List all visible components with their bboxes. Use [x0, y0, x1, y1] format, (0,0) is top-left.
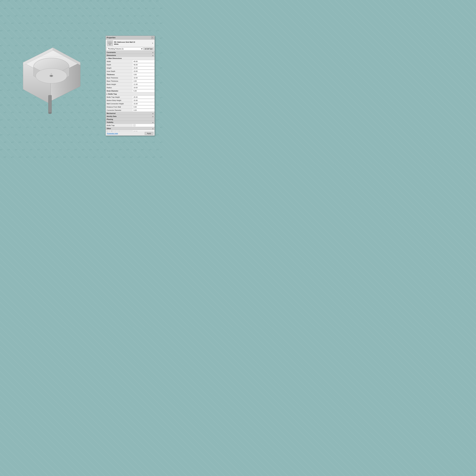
constraints-label: Constraints — [107, 51, 116, 53]
svg-point-11 — [48, 112, 52, 114]
width-label: Width — [106, 60, 133, 63]
distance-from-wall-value[interactable]: 0.00 — [133, 106, 154, 108]
base-thickness-row: Base Thickness 4.00 — [106, 79, 154, 83]
panel-header: RD_Bathroom Sink Wall 10 White ▼ — [106, 40, 154, 47]
properties-help-link[interactable]: Properties help — [107, 133, 118, 134]
sink-name: RD_Bathroom Sink Wall 10 — [114, 41, 151, 43]
other-section-header[interactable]: Other ▲ — [106, 127, 154, 130]
inner-depth-label: Inner Depth — [106, 70, 133, 72]
mechanical-label: Mechanical — [107, 112, 116, 114]
depth-value[interactable]: 40.00 — [133, 64, 154, 66]
back-thickness-value[interactable]: 10.00 — [133, 77, 154, 79]
sink-subname: White — [114, 43, 151, 45]
panel-titlebar: Properties × — [106, 36, 154, 40]
bottle-trap-label: Bottle Trap — [108, 93, 117, 95]
back-thickness-label: Back Thickness — [106, 77, 133, 79]
panel-title: Properties — [107, 37, 116, 39]
type-selector-dropdown[interactable]: Plumbing Fixtures (1) — [107, 47, 143, 50]
basin-height-value[interactable]: 11.00 — [133, 83, 154, 85]
edit-type-button[interactable]: ⊞ Edit Type — [144, 48, 154, 50]
inner-depth-value[interactable]: 10.00 — [133, 70, 154, 72]
sink-thumbnail — [107, 40, 113, 46]
expand-arrow-icon: ▶ — [107, 58, 108, 59]
edit-type-label: Edit Type — [146, 48, 153, 50]
bottle-trap-expand-icon: ▶ — [107, 93, 108, 95]
close-button[interactable]: × — [151, 36, 154, 39]
svg-point-15 — [108, 42, 112, 44]
panel-content: Constraints ▲ Dimensions ▲ ▶ Main Dimens… — [106, 51, 154, 131]
connector-diameter-row: Connector Diameter 3.20 — [106, 109, 154, 112]
main-dimensions-subsection[interactable]: ▶ Main Dimensions — [106, 57, 154, 60]
mechanical-section-header[interactable]: Mechanical ▲ — [106, 112, 154, 115]
bottle-trap-checkbox[interactable]: ✓ — [134, 124, 135, 126]
identity-data-label: Identity Data — [107, 116, 117, 117]
svg-rect-10 — [48, 95, 52, 113]
constraints-collapse-icon: ▲ — [152, 52, 154, 53]
connector-diameter-value[interactable]: 3.20 — [133, 109, 154, 111]
mechanical-collapse-icon: ▲ — [152, 113, 154, 114]
bottom-body-height-label: Bottom Body Height — [106, 99, 133, 102]
bottom-body-height-value[interactable]: 15.00 — [133, 99, 154, 102]
phasing-section-header[interactable]: Phasing — [106, 118, 154, 121]
wall-connection-height-value[interactable]: 15.00 — [133, 102, 154, 105]
edit-type-icon: ⊞ — [145, 48, 146, 50]
apply-button[interactable]: Apply — [145, 132, 153, 135]
bottle-trap-length-label: Bottle Trap Length — [106, 130, 133, 131]
type-selector-row: Plumbing Fixtures (1) ⊞ Edit Type — [106, 47, 154, 51]
thickness-label: Thickness — [106, 73, 133, 76]
bottle-trap-subsection[interactable]: ▶ Bottle Trap — [106, 93, 154, 96]
bottle-trap-height-value[interactable]: 25.50 — [133, 96, 154, 98]
drain-diameter-value[interactable]: 5.00 — [133, 90, 154, 92]
panel-footer: Properties help Apply — [106, 131, 154, 136]
height-row: Height 15.00 — [106, 66, 154, 70]
thickness-value[interactable]: 3.00 — [133, 73, 154, 76]
height-label: Height — [106, 67, 133, 69]
constraints-section-header[interactable]: Constraints ▲ — [106, 51, 154, 54]
dimensions-collapse-icon: ▲ — [152, 55, 154, 56]
svg-point-13 — [51, 73, 52, 74]
base-thickness-label: Base Thickness — [106, 80, 133, 82]
visibility-collapse-icon: ▲ — [152, 121, 154, 123]
bottle-trap-checkbox-cell[interactable]: ✓ — [133, 124, 154, 127]
inner-depth-row: Inner Depth 10.00 — [106, 70, 154, 73]
depth-row: Depth 40.00 — [106, 63, 154, 66]
visibility-label: Visibility — [107, 121, 113, 123]
wall-connection-height-row: Wall Connection Height 15.00 — [106, 102, 154, 105]
identity-data-collapse-icon: ▲ — [152, 116, 154, 117]
bottom-body-height-row: Bottom Body Height 15.00 — [106, 99, 154, 102]
back-thickness-row: Back Thickness 10.00 — [106, 76, 154, 79]
identity-data-section-header[interactable]: Identity Data ▲ — [106, 115, 154, 118]
bottle-trap-height-label: Bottle Trap Height — [106, 96, 133, 98]
radius-value[interactable]: 19.50 — [133, 86, 154, 89]
width-value[interactable]: 45.00 — [133, 60, 154, 63]
dimensions-section-header[interactable]: Dimensions ▲ — [106, 54, 154, 57]
visibility-section-header[interactable]: Visibility ▲ — [106, 121, 154, 124]
height-value[interactable]: 15.00 — [133, 67, 154, 69]
base-thickness-value[interactable]: 4.00 — [133, 80, 154, 82]
properties-panel: Properties × RD_Bathroom Sink Wall 10 Wh… — [106, 36, 155, 136]
bottle-trap-visibility-row: Bottle Trap ✓ — [106, 124, 154, 127]
depth-label: Depth — [106, 64, 133, 66]
wall-connection-height-label: Wall Connection Height — [106, 102, 133, 105]
drain-diameter-label: Drain Diameter — [106, 90, 133, 92]
svg-point-9 — [50, 75, 52, 76]
radius-label: Radius — [106, 86, 133, 89]
drain-diameter-row: Drain Diameter 5.00 — [106, 89, 154, 93]
phasing-label: Phasing — [107, 119, 113, 120]
dimensions-label: Dimensions — [107, 54, 116, 56]
width-row: Width 45.00 — [106, 60, 154, 63]
bottle-trap-vis-label: Bottle Trap — [106, 124, 133, 127]
svg-rect-16 — [110, 44, 110, 45]
main-dimensions-label: Main Dimensions — [108, 57, 122, 59]
radius-row: Radius 19.50 — [106, 86, 154, 89]
basin-height-label: Basin Height — [106, 83, 133, 85]
bottle-trap-length-row: Bottle Trap Length 23.50 — [106, 130, 154, 131]
sink-illustration — [9, 33, 95, 119]
distance-from-wall-label: Distance From Wall — [106, 106, 133, 108]
thickness-row: Thickness 3.00 — [106, 73, 154, 76]
other-collapse-icon: ▲ — [152, 128, 154, 129]
basin-height-row: Basin Height 11.00 — [106, 83, 154, 86]
bottle-trap-length-value[interactable]: 23.50 — [133, 130, 154, 131]
header-dropdown-arrow[interactable]: ▼ — [152, 42, 153, 44]
distance-from-wall-row: Distance From Wall 0.00 — [106, 105, 154, 109]
